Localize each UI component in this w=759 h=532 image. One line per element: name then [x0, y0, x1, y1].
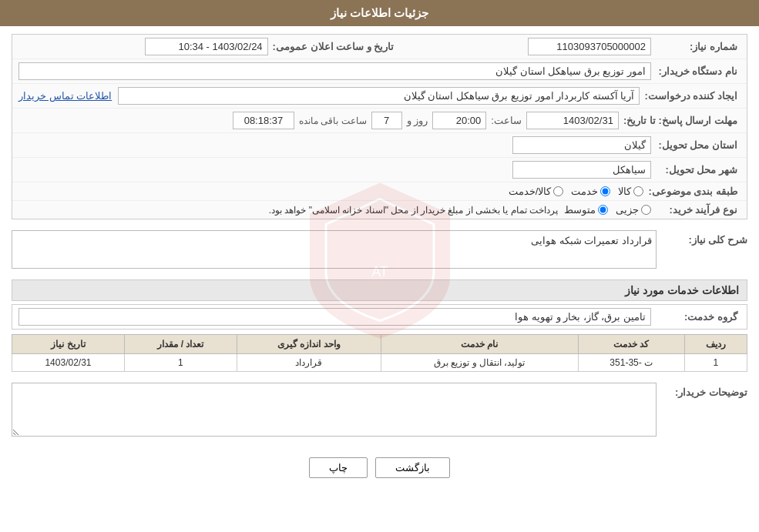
back-button[interactable]: بازگشت — [375, 457, 450, 478]
category-kala-radio[interactable] — [633, 186, 643, 196]
province-label: استان محل تحویل: — [656, 139, 741, 151]
reply-days-label: روز و — [407, 115, 428, 126]
general-desc-label: شرح کلی نیاز: — [663, 230, 747, 246]
purchase-mottavasset-radio[interactable] — [598, 205, 608, 215]
reply-deadline-row: مهلت ارسال پاسخ: تا تاریخ: 1403/02/31 سا… — [12, 109, 747, 133]
category-kala-khadamat-label: کالا/خدمت — [509, 186, 552, 197]
creator-field: آریا آکسته کاربردار امور توزیع برق سیاهک… — [118, 87, 640, 105]
print-button[interactable]: چاپ — [309, 457, 368, 478]
general-desc-field: قرارداد تعمیرات شبکه هوایی — [12, 230, 657, 269]
buyer-desc-textarea[interactable] — [12, 383, 657, 437]
province-row: استان محل تحویل: گیلان — [12, 133, 747, 158]
category-kala-option[interactable]: کالا — [618, 186, 643, 197]
category-kala-khadamat-option[interactable]: کالا/خدمت — [509, 186, 564, 197]
creator-row: ایجاد کننده درخواست: آریا آکسته کاربردار… — [12, 84, 747, 109]
category-khadamat-radio[interactable] — [600, 186, 610, 196]
cell-service-name-1: تولید، انتقال و توزیع برق — [381, 354, 578, 372]
buyer-org-field: امور توزیع برق سیاهکل استان گیلان — [18, 62, 651, 80]
cell-row-1: 1 — [684, 354, 747, 372]
reply-time-field: 20:00 — [432, 112, 486, 129]
service-info-title: اطلاعات خدمات مورد نیاز — [12, 279, 747, 301]
col-service-code: کد خدمت — [578, 335, 684, 354]
purchase-mottavasset-option[interactable]: متوسط — [564, 204, 608, 216]
category-row: طبقه بندی موضوعی: کالا خدمت — [12, 182, 747, 201]
category-kala-label: کالا — [618, 186, 631, 197]
service-group-row: گروه خدمت: تامین برق، گاز، بخار و تهویه … — [12, 304, 747, 330]
reply-days-field: 7 — [371, 112, 402, 129]
category-khadamat-option[interactable]: خدمت — [571, 186, 610, 197]
category-khadamat-label: خدمت — [571, 186, 598, 197]
buyer-org-label: نام دستگاه خریدار: — [656, 65, 741, 77]
reply-remaining-field: 08:18:37 — [233, 112, 294, 129]
purchase-note: پرداخت تمام یا بخشی از مبلغ خریدار از مح… — [269, 205, 558, 216]
cell-quantity-1: 1 — [124, 354, 237, 372]
general-description-section: شرح کلی نیاز: قرارداد تعمیرات شبکه هوایی — [12, 227, 747, 272]
cell-service-code-1: ت -35-351 — [578, 354, 684, 372]
city-field: سیاهکل — [512, 161, 651, 179]
service-group-label: گروه خدمت: — [656, 311, 741, 323]
purchase-jozii-label: جزیی — [616, 204, 639, 216]
purchase-jozii-radio[interactable] — [641, 205, 651, 215]
need-number-field: 1103093705000002 — [528, 38, 651, 55]
category-label: طبقه بندی موضوعی: — [648, 186, 741, 197]
buyer-desc-label: توضیحات خریدار: — [663, 383, 747, 398]
city-label: شهر محل تحویل: — [656, 164, 741, 176]
table-row: 1 ت -35-351 تولید، انتقال و توزیع برق قر… — [12, 354, 747, 372]
creator-label: ایجاد کننده درخواست: — [644, 90, 741, 102]
purchase-jozii-option[interactable]: جزیی — [616, 204, 651, 216]
col-row: ردیف — [684, 335, 747, 354]
service-table-wrapper: ردیف کد خدمت نام خدمت واحد اندازه گیری ت… — [12, 334, 747, 372]
cell-unit-1: قرارداد — [237, 354, 381, 372]
announcement-date-label: تاریخ و ساعت اعلان عمومی: — [273, 41, 398, 52]
reply-remaining-label: ساعت باقی مانده — [299, 115, 367, 126]
col-need-date: تاریخ نیاز — [12, 335, 125, 354]
need-number-row: شماره نیاز: 1103093705000002 تاریخ و ساع… — [12, 35, 747, 59]
service-info-section: اطلاعات خدمات مورد نیاز گروه خدمت: تامین… — [12, 279, 747, 372]
announcement-date-field: 1403/02/24 - 10:34 — [145, 38, 268, 55]
button-row: بازگشت چاپ — [12, 450, 747, 490]
page-title: جزئیات اطلاعات نیاز — [0, 0, 759, 26]
col-unit: واحد اندازه گیری — [237, 335, 381, 354]
reply-time-label: ساعت: — [491, 115, 522, 126]
reply-date-field: 1403/02/31 — [526, 112, 619, 129]
province-field: گیلان — [512, 136, 651, 154]
purchase-type-label: نوع فرآیند خرید: — [656, 204, 741, 216]
reply-deadline-label: مهلت ارسال پاسخ: تا تاریخ: — [623, 115, 741, 126]
col-quantity: تعداد / مقدار — [124, 335, 237, 354]
purchase-type-row: نوع فرآیند خرید: جزیی متوسط پرداخت تمام … — [12, 201, 747, 219]
col-service-name: نام خدمت — [381, 335, 578, 354]
cell-need-date-1: 1403/02/31 — [12, 354, 125, 372]
need-number-label: شماره نیاز: — [656, 41, 741, 52]
category-kala-khadamat-radio[interactable] — [553, 186, 563, 196]
main-form: شماره نیاز: 1103093705000002 تاریخ و ساع… — [12, 34, 747, 219]
city-row: شهر محل تحویل: سیاهکل — [12, 158, 747, 182]
buyer-org-row: نام دستگاه خریدار: امور توزیع برق سیاهکل… — [12, 59, 747, 84]
service-group-field: تامین برق، گاز، بخار و تهویه هوا — [18, 308, 651, 326]
contact-info-link[interactable]: اطلاعات تماس خریدار — [18, 90, 112, 102]
service-table: ردیف کد خدمت نام خدمت واحد اندازه گیری ت… — [12, 334, 747, 372]
purchase-mottavasset-label: متوسط — [564, 204, 596, 216]
buyer-desc-section: توضیحات خریدار: — [12, 380, 747, 442]
